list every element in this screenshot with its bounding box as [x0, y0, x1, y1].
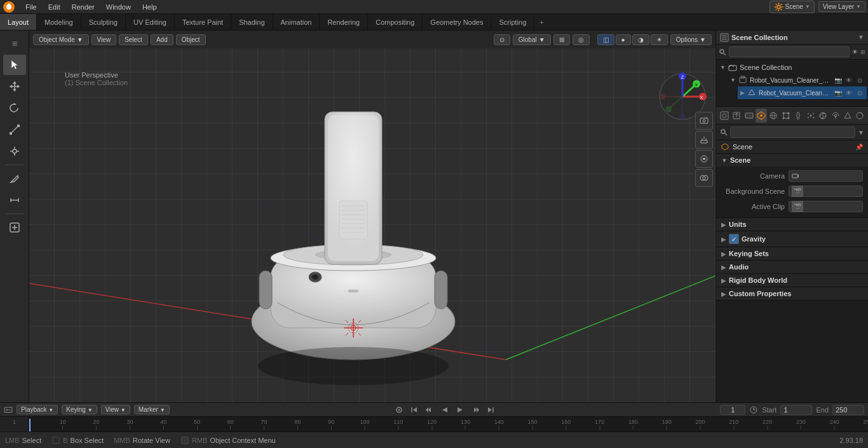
- gravity-checkbox[interactable]: [729, 234, 739, 244]
- viewport-canvas[interactable]: User Perspective (1) Scene Collection X …: [29, 48, 715, 402]
- play-reverse-btn[interactable]: [438, 404, 451, 416]
- playback-menu[interactable]: Playback ▼: [17, 405, 58, 414]
- audio-section-header[interactable]: ▶ Audio: [716, 261, 868, 273]
- menu-window[interactable]: Window: [101, 2, 136, 12]
- active-clip-film-icon[interactable]: 🎬: [792, 201, 803, 212]
- tab-geometry-nodes[interactable]: Geometry Nodes: [423, 14, 491, 30]
- mesh-vis-eye-icon[interactable]: 👁: [844, 88, 853, 97]
- start-frame-input[interactable]: 1: [780, 405, 812, 415]
- proportional-toggle[interactable]: ◎: [573, 34, 590, 45]
- active-clip-value[interactable]: 🎬: [789, 201, 863, 212]
- scene-header-pin-icon[interactable]: 📌: [855, 144, 863, 151]
- step-back-btn[interactable]: [423, 404, 436, 416]
- move-tool[interactable]: [3, 76, 26, 97]
- tab-rendering[interactable]: Rendering: [320, 14, 368, 30]
- viewport-overlay-btn[interactable]: [695, 169, 713, 187]
- material-btn[interactable]: ◑: [632, 34, 649, 45]
- viewport-options-btn[interactable]: Options ▼: [670, 34, 712, 45]
- pan-tool-btn[interactable]: [695, 131, 713, 149]
- current-frame-input[interactable]: 1: [720, 405, 745, 415]
- rendered-btn[interactable]: ☀: [651, 34, 668, 45]
- transform-pivot-dropdown[interactable]: ⊙: [494, 34, 510, 45]
- background-scene-film-icon[interactable]: 🎬: [792, 186, 803, 197]
- props-tab-output[interactable]: [731, 109, 742, 123]
- tab-shading[interactable]: Shading: [231, 14, 273, 30]
- marker-menu[interactable]: Marker ▼: [134, 405, 170, 414]
- units-section-header[interactable]: ▶ Units: [716, 218, 868, 231]
- mesh-vis-camera-icon[interactable]: 📷: [834, 88, 843, 97]
- rotate-tool[interactable]: [3, 98, 26, 118]
- mesh-vis-render-icon[interactable]: ⊙: [855, 88, 864, 97]
- props-tab-particles[interactable]: [805, 109, 816, 123]
- timeline-view-menu[interactable]: View ▼: [101, 405, 130, 414]
- wireframe-btn[interactable]: ◫: [597, 34, 614, 45]
- 3d-viewport[interactable]: Object Mode ▼ View Select Add Object ⊙: [29, 31, 715, 402]
- keying-sets-section-header[interactable]: ▶ Keying Sets: [716, 247, 868, 260]
- snap-toggle[interactable]: ⊞: [553, 34, 570, 45]
- menu-file[interactable]: File: [20, 2, 42, 12]
- measure-tool[interactable]: [3, 190, 26, 210]
- props-tab-material[interactable]: [855, 109, 865, 123]
- tab-sculpting[interactable]: Sculpting: [81, 14, 126, 30]
- select-menu[interactable]: Select: [119, 34, 148, 45]
- view-layer-dropdown[interactable]: View Layer ▼: [818, 1, 865, 12]
- outliner-item-robot-mesh[interactable]: ▶ Robot_Vacuum_Cleaner... 📷 👁 ⊙: [738, 86, 867, 99]
- custom-props-section-header[interactable]: ▶ Custom Properties: [716, 287, 868, 300]
- props-tab-world[interactable]: [768, 109, 779, 123]
- jump-to-end-btn[interactable]: [484, 404, 497, 416]
- rigid-body-section-header[interactable]: ▶ Rigid Body World: [716, 274, 868, 287]
- menu-help[interactable]: Help: [137, 2, 162, 12]
- toggle-rendered-btn[interactable]: [695, 150, 713, 168]
- tab-uv-editing[interactable]: UV Editing: [126, 14, 175, 30]
- camera-view-btn[interactable]: [695, 112, 713, 130]
- solid-btn[interactable]: ●: [616, 34, 631, 45]
- background-scene-value[interactable]: 🎬: [789, 186, 863, 197]
- props-filter-icon[interactable]: ▼: [858, 129, 864, 136]
- outliner-sort-icon[interactable]: ⊞: [860, 49, 865, 55]
- vis-eye-icon[interactable]: 👁: [844, 76, 853, 85]
- jump-to-start-btn[interactable]: [408, 404, 421, 416]
- tab-animation[interactable]: Animation: [273, 14, 320, 30]
- props-tab-modifier[interactable]: [793, 109, 804, 123]
- gravity-section-header[interactable]: ▶ Gravity: [716, 231, 868, 247]
- timeline-ruler-area[interactable]: 0102030405060708090100110120130140150160…: [0, 417, 868, 431]
- vis-render-icon[interactable]: ⊙: [855, 76, 864, 85]
- render-engine-dropdown[interactable]: 🔆 Scene ▼: [770, 1, 815, 13]
- transform-space-dropdown[interactable]: Global ▼: [513, 34, 551, 45]
- outliner-search-input[interactable]: [729, 46, 850, 57]
- record-keyframe-btn[interactable]: [393, 404, 405, 416]
- props-tab-scene[interactable]: [756, 109, 766, 123]
- add-workspace-button[interactable]: +: [534, 14, 548, 30]
- tab-compositing[interactable]: Compositing: [368, 14, 423, 30]
- props-tab-constraints[interactable]: [830, 109, 841, 123]
- props-tab-render[interactable]: [719, 109, 729, 123]
- props-search-input[interactable]: [730, 126, 855, 138]
- vis-camera-icon[interactable]: 📷: [834, 76, 843, 85]
- playhead[interactable]: [29, 419, 31, 431]
- menu-render[interactable]: Render: [67, 2, 100, 12]
- props-tab-view-layer[interactable]: [743, 109, 754, 123]
- tab-texture-paint[interactable]: Texture Paint: [175, 14, 231, 30]
- cursor-tool[interactable]: [3, 55, 26, 75]
- object-mode-dropdown[interactable]: Object Mode ▼: [33, 34, 89, 45]
- scene-section-header[interactable]: ▼ Scene: [716, 154, 868, 166]
- props-tab-object[interactable]: [780, 109, 791, 123]
- props-tab-data[interactable]: [842, 109, 853, 123]
- step-forward-btn[interactable]: [469, 404, 482, 416]
- outliner-restriction-toggle[interactable]: 👁: [852, 49, 858, 55]
- outliner-item-robot-collection[interactable]: ▼ Robot_Vacuum_Cleaner_on_S... 📷 👁 ⊙: [728, 74, 867, 86]
- outliner-filter-icon[interactable]: ▼: [858, 34, 864, 41]
- end-frame-input[interactable]: 250: [832, 405, 864, 415]
- outliner-scene-collection[interactable]: ▼ Scene Collection: [717, 61, 867, 74]
- object-menu[interactable]: Object: [176, 34, 206, 45]
- camera-value[interactable]: [789, 170, 863, 182]
- tab-layout[interactable]: Layout: [0, 14, 37, 30]
- add-menu[interactable]: Add: [151, 34, 173, 45]
- view-menu[interactable]: View: [92, 34, 117, 45]
- keying-menu[interactable]: Keying ▼: [62, 405, 97, 414]
- scale-tool[interactable]: [3, 119, 26, 140]
- play-btn[interactable]: [454, 404, 466, 416]
- transform-tool[interactable]: [3, 141, 26, 161]
- menu-edit[interactable]: Edit: [43, 2, 65, 12]
- props-tab-physics[interactable]: [817, 109, 828, 123]
